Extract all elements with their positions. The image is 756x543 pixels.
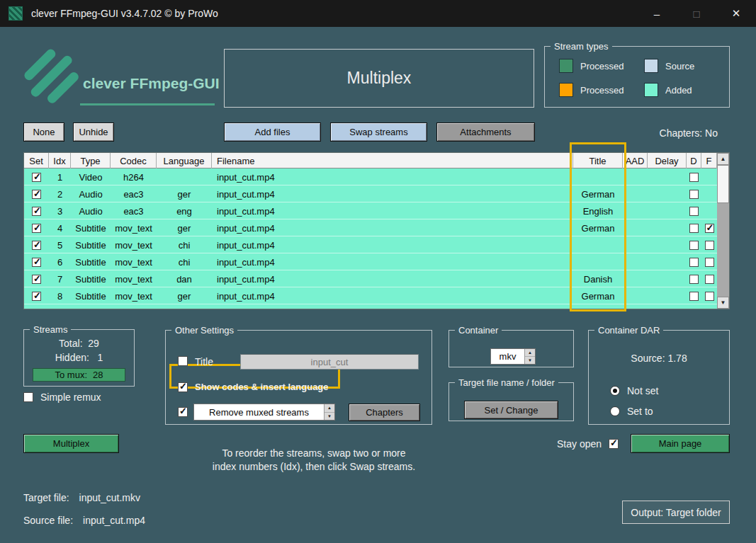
stream-type-processed-audio: Processed	[559, 83, 644, 97]
source-swatch	[644, 59, 658, 73]
cell-set	[24, 270, 49, 287]
container-down-icon[interactable]: ▼	[525, 357, 535, 364]
close-button[interactable]: ✕	[716, 0, 756, 27]
cell-checkbox[interactable]	[689, 190, 699, 199]
processed-audio-swatch	[559, 83, 573, 97]
minimize-button[interactable]: –	[637, 0, 677, 27]
scroll-thumb[interactable]	[717, 165, 729, 203]
column-header-title[interactable]: Title	[573, 153, 623, 168]
cell-checkbox[interactable]	[32, 173, 41, 182]
remove-muxed-checkbox[interactable]	[178, 407, 188, 417]
cell-checkbox[interactable]	[705, 309, 714, 310]
cell-checkbox[interactable]	[689, 309, 699, 310]
table-row[interactable]: 3Audioeac3enginput_cut.mp4English	[24, 202, 718, 219]
cell-checkbox[interactable]	[32, 207, 41, 216]
simple-remux-checkbox[interactable]	[23, 392, 33, 402]
column-header-d[interactable]: D	[687, 153, 701, 168]
stream-type-label: Added	[665, 85, 692, 96]
title-checkbox[interactable]	[178, 356, 188, 366]
set-change-button[interactable]: Set / Change	[464, 401, 558, 419]
remove-muxed-down-icon[interactable]: ▼	[325, 413, 334, 421]
unhide-button[interactable]: Unhide	[73, 122, 114, 142]
cell-title	[573, 236, 623, 253]
reorder-hint: To reorder the streams, swap two or more…	[165, 447, 463, 474]
attachments-button[interactable]: Attachments	[436, 122, 535, 142]
stay-open-checkbox[interactable]	[609, 439, 619, 449]
cell-checkbox[interactable]	[705, 258, 714, 267]
scroll-up-icon[interactable]: ▲	[717, 153, 729, 165]
chapters-button[interactable]: Chapters	[349, 404, 420, 421]
cell-aad	[623, 185, 648, 202]
cell-checkbox[interactable]	[689, 207, 699, 216]
table-row[interactable]: 2Audioeac3gerinput_cut.mp4German	[24, 185, 718, 202]
table-row[interactable]: 8Subtitlemov_textgerinput_cut.mp4German	[24, 287, 718, 304]
cell-checkbox[interactable]	[32, 224, 41, 233]
cell-type: Audio	[71, 185, 111, 202]
cell-checkbox[interactable]	[705, 275, 714, 284]
cell-checkbox[interactable]	[689, 275, 699, 284]
column-header-delay[interactable]: Delay	[648, 153, 687, 168]
table-row[interactable]: 4Subtitlemov_textgerinput_cut.mp4German	[24, 219, 718, 236]
table-body: 1Videoh264input_cut.mp42Audioeac3gerinpu…	[24, 168, 718, 309]
cell-set	[24, 168, 49, 185]
cell-checkbox[interactable]	[689, 292, 699, 301]
streams-legend: Streams	[30, 324, 71, 335]
cell-checkbox[interactable]	[689, 241, 699, 250]
table-row[interactable]: 9Subtitlemov_textenginput_cut.mp4	[24, 304, 718, 309]
column-header-filename[interactable]: Filename	[212, 153, 573, 168]
set-to-radio[interactable]	[610, 406, 620, 416]
swap-streams-button[interactable]: Swap streams	[330, 122, 427, 142]
column-header-f[interactable]: F	[701, 153, 717, 168]
column-header-idx[interactable]: Idx	[49, 153, 71, 168]
main-page-button[interactable]: Main page	[631, 434, 730, 453]
cell-delay	[648, 219, 687, 236]
cell-checkbox[interactable]	[32, 190, 41, 199]
cell-checkbox[interactable]	[689, 224, 699, 233]
container-up-icon[interactable]: ▲	[525, 349, 535, 357]
cell-set	[24, 185, 49, 202]
titlebar: clever FFmpeg-GUI v3.4.7.02 © by ProWo –…	[0, 0, 756, 27]
cell-checkbox[interactable]	[705, 241, 714, 250]
column-header-type[interactable]: Type	[71, 153, 111, 168]
cell-set	[24, 236, 49, 253]
other-settings-legend: Other Settings	[171, 325, 237, 336]
show-codes-checkbox[interactable]	[178, 382, 188, 392]
cell-language: ger	[157, 185, 212, 202]
scroll-down-icon[interactable]: ▼	[717, 297, 729, 309]
title-input[interactable]	[240, 354, 419, 370]
cell-checkbox[interactable]	[32, 275, 41, 284]
cell-checkbox[interactable]	[32, 292, 41, 301]
maximize-button[interactable]: □	[677, 0, 716, 27]
column-header-language[interactable]: Language	[157, 153, 212, 168]
cell-checkbox[interactable]	[689, 173, 699, 182]
added-swatch	[644, 83, 658, 97]
multiplex-button[interactable]: Multiplex	[23, 434, 119, 453]
column-header-aad[interactable]: AAD	[623, 153, 648, 168]
not-set-radio[interactable]	[610, 386, 620, 396]
output-target-folder-button[interactable]: Output: Target folder	[622, 501, 730, 524]
container-dar-group: Container DAR Source: 1.78 Not set Set t…	[588, 325, 730, 425]
cell-filename: input_cut.mp4	[212, 219, 573, 236]
table-row[interactable]: 7Subtitlemov_textdaninput_cut.mp4Danish	[24, 270, 718, 287]
column-header-codec[interactable]: Codec	[111, 153, 157, 168]
cell-language	[157, 168, 212, 185]
cell-d	[687, 304, 701, 309]
container-spinner[interactable]: mkv ▲ ▼	[490, 348, 536, 365]
add-files-button[interactable]: Add files	[224, 122, 321, 142]
cell-checkbox[interactable]	[705, 224, 714, 233]
cell-checkbox[interactable]	[689, 258, 699, 267]
remove-muxed-up-icon[interactable]: ▲	[325, 404, 334, 413]
remove-muxed-label: Remove muxed streams	[194, 404, 324, 420]
remove-muxed-spinner[interactable]: Remove muxed streams ▲ ▼	[193, 404, 335, 421]
table-scrollbar[interactable]: ▲ ▼	[717, 153, 729, 309]
column-header-set[interactable]: Set	[24, 153, 49, 168]
cell-checkbox[interactable]	[32, 258, 41, 267]
table-row[interactable]: 5Subtitlemov_textchiinput_cut.mp4	[24, 236, 718, 253]
cell-checkbox[interactable]	[705, 292, 714, 301]
none-button[interactable]: None	[23, 122, 64, 142]
cell-type: Video	[71, 168, 111, 185]
table-row[interactable]: 1Videoh264input_cut.mp4	[24, 168, 718, 185]
cell-checkbox[interactable]	[32, 309, 41, 310]
table-row[interactable]: 6Subtitlemov_textchiinput_cut.mp4	[24, 253, 718, 270]
cell-checkbox[interactable]	[32, 241, 41, 250]
